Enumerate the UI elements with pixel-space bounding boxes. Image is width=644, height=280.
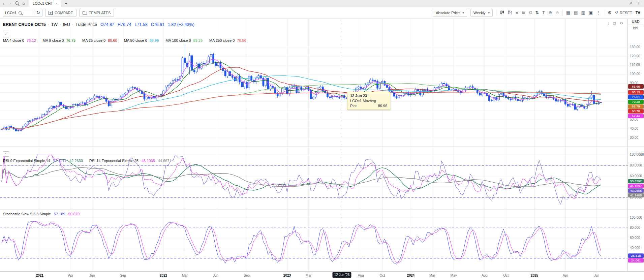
time-axis-label: 2024 — [407, 274, 415, 277]
stochastic-legend: Stochastic Slow 5 3 3 Simple 57.189 50.0… — [3, 212, 80, 216]
price-value-chip: 68.79 — [628, 104, 644, 109]
tradingview-logo[interactable]: TV — [636, 10, 640, 15]
chevron-down-icon: ▾ — [462, 11, 464, 14]
open-value: O74.87 — [100, 22, 114, 27]
svg-text:80.13: 80.13 — [632, 90, 640, 94]
symbol-search-box[interactable]: LCOc1 ↻ — [3, 9, 42, 17]
time-axis-label: Sep — [120, 274, 126, 277]
text-tool-icon[interactable]: T — [542, 10, 545, 15]
compare-arrows-icon[interactable]: ⇅ — [535, 10, 539, 15]
symbol-refresh-icon[interactable]: ↻ — [36, 10, 40, 15]
news-icon[interactable]: ▥ — [581, 10, 585, 15]
symbol-input[interactable]: LCOc1 — [5, 11, 17, 15]
instrument-name: BRENT CRUDE OCT5 — [3, 22, 46, 27]
forward-icon[interactable]: › — [7, 1, 13, 6]
templates-button[interactable]: TEMPLATES — [79, 9, 114, 17]
close-tab-icon[interactable]: × — [56, 1, 58, 5]
axis-tick-label: 110.00 — [630, 63, 640, 67]
time-axis-label: Apr — [68, 274, 73, 277]
svg-text:50.6592: 50.6592 — [630, 179, 642, 183]
ma-legend-item: MA 250 close 070.56 — [209, 38, 246, 42]
price-type-label: Trade Price — [75, 22, 97, 27]
rsi-value-chip: 45.1697 — [628, 184, 644, 188]
axis-tick-label: 80.0000 — [630, 163, 642, 167]
symbol-search-icon[interactable] — [19, 11, 22, 14]
tooltip-plot-row: Plot 86.96 — [350, 104, 387, 108]
reset-button[interactable]: ↺ RESET — [615, 10, 632, 15]
ma-legend: MA 4 close 076.12 MA 9 close 076.75 MA 2… — [3, 38, 246, 42]
zoom-in-icon[interactable]: ⊕ — [548, 10, 552, 15]
vertical-gridlines — [40, 19, 597, 271]
back-icon[interactable]: ‹ — [0, 1, 7, 6]
scale-down-icon[interactable]: ↓ — [607, 21, 609, 26]
pane-header-icons: ↓ □ ↻ — [607, 21, 623, 26]
collapse-rsi-pane-button[interactable]: ‹ — [3, 151, 9, 157]
price-value-chip: 70.28 — [628, 100, 644, 104]
undo-icon: ↺ — [615, 10, 618, 15]
axis-tick-label: 80.000 — [630, 226, 640, 229]
price-value-chip: 80.13 — [628, 90, 644, 95]
axis-tick-label: 30.00 — [630, 136, 638, 139]
time-axis-label: Aug — [482, 274, 488, 277]
mini-chart-icon[interactable]: ▣ — [589, 10, 593, 15]
axis-tick-label: 40.000 — [630, 246, 640, 250]
time-axis-label: Oct — [379, 274, 385, 277]
low-value: L71.58 — [134, 22, 147, 27]
chart-tab[interactable]: LCOc1 CHT × — [29, 0, 61, 7]
popout-icon[interactable]: ↗ — [629, 1, 632, 6]
svg-text:43.0855: 43.0855 — [630, 189, 642, 192]
more-icon[interactable]: ⋮ — [596, 10, 601, 15]
price-mode-select[interactable]: Absolute Price▾ — [433, 9, 467, 17]
candlestick-style-icon[interactable] — [500, 10, 504, 15]
price-value-chip: 68.70 — [628, 109, 644, 114]
unit-label: bbl — [628, 25, 643, 30]
time-axis-label: Aug — [358, 274, 364, 277]
bar-style-icon[interactable] — [508, 10, 512, 15]
calendar-icon[interactable]: ▤ — [574, 10, 578, 15]
currency-label: USD — [628, 20, 643, 25]
chart-toolbar: LCOc1 ↻ COMPARE TEMPLATES Absolute Price… — [0, 7, 644, 19]
ma-9-line — [2, 62, 601, 129]
axis-tick-label: 100.00 — [630, 72, 640, 76]
time-axis-label: 2023 — [283, 274, 291, 277]
svg-text:70.28: 70.28 — [632, 100, 640, 103]
chevron-down-icon: ▾ — [488, 11, 490, 14]
axis-tick-label: 130.00 — [630, 45, 640, 49]
price-value-chip: 67.43 — [628, 114, 644, 118]
stoch-value-chip: 24.061 — [628, 258, 644, 262]
new-tab-icon[interactable]: + — [65, 1, 67, 6]
events-icon[interactable]: © — [529, 10, 532, 15]
change-value: 1.82 (+2.43%) — [168, 22, 194, 27]
rsi-value-chip: 41.9485 — [628, 193, 644, 197]
refresh-pane-icon[interactable]: ↻ — [620, 21, 623, 26]
ma-4-line — [2, 59, 601, 130]
horizontal-gridlines — [0, 47, 627, 258]
axis-tick-label: 60.0000 — [630, 174, 642, 178]
high-value: H76.74 — [118, 22, 131, 27]
axis-tick-label: 60.000 — [630, 236, 640, 240]
maximize-pane-icon[interactable]: □ — [613, 21, 616, 26]
time-axis-label: Oct — [503, 274, 509, 277]
line-tools-icon[interactable]: ≡ — [516, 10, 518, 15]
svg-text:86.66: 86.66 — [632, 85, 640, 88]
compare-button[interactable]: COMPARE — [45, 9, 76, 17]
time-axis-label: 2025 — [531, 274, 539, 277]
price-value-chip: 76.61 — [628, 95, 644, 99]
more-options-icon[interactable]: ⋮ — [637, 1, 641, 6]
interval-select[interactable]: Weekly▾ — [470, 9, 493, 17]
collapse-main-pane-button[interactable]: ‹ — [3, 32, 9, 37]
stoch-value-chip: 25.318 — [628, 253, 644, 258]
crosshair-date-chip: 12 Jun '23 — [333, 272, 351, 278]
time-axis-label: Mar — [306, 274, 312, 277]
ma-legend-item: MA 100 close 089.36 — [165, 38, 203, 42]
time-axis-label: Jun — [89, 274, 95, 277]
ma-legend-item: MA 4 close 076.12 — [3, 38, 36, 42]
zoom-out-icon[interactable]: ⊖ — [555, 10, 559, 15]
time-axis-label: Apr — [563, 274, 568, 277]
home-icon[interactable]: ⌂ — [20, 1, 27, 6]
table-view-icon[interactable]: ▦ — [566, 10, 570, 15]
settings-gear-icon[interactable]: ⚙ — [608, 10, 612, 15]
indicators-icon[interactable]: ≋ — [522, 10, 525, 15]
rsi-value-chip: 43.0855 — [628, 188, 644, 193]
search-icon[interactable] — [13, 1, 20, 6]
